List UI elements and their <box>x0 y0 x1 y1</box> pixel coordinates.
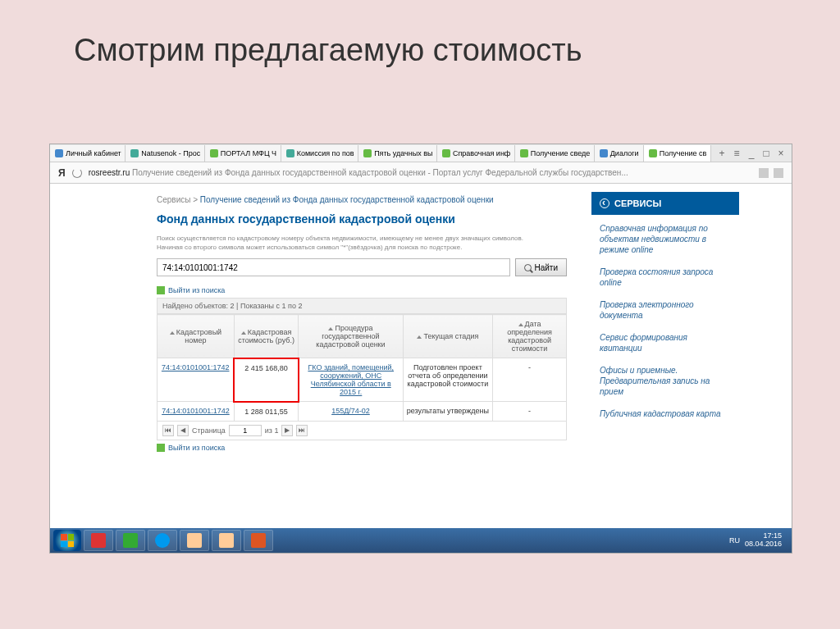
results-table: Кадастровый номер Кадастровая стоимость … <box>157 314 567 422</box>
explorer-icon <box>219 533 234 548</box>
breadcrumb-current[interactable]: Получение сведений из Фонда данных госуд… <box>200 195 494 204</box>
sidebar-link[interactable]: Сервис формирования квитанции <box>600 332 731 353</box>
browser-tab[interactable]: Личный кабинет <box>50 145 126 162</box>
sidebar: СЕРВИСЫ Справочная информация по объекта… <box>591 192 739 553</box>
browser-tab[interactable]: Справочная инф <box>437 145 515 162</box>
system-tray: RU 17:15 08.04.2016 <box>729 532 788 549</box>
stage-cell: Подготовлен проект отчета об определении… <box>403 358 492 402</box>
results-count: Найдено объектов: 2 | Показаны с 1 по 2 <box>157 298 567 314</box>
tab-favicon <box>210 149 218 157</box>
pager-next[interactable]: ▶ <box>281 425 293 436</box>
cost-cell: 1 288 011,55 <box>234 402 298 422</box>
app-icon <box>123 533 138 548</box>
pager-first[interactable]: ⏮ <box>162 425 174 436</box>
search-button[interactable]: Найти <box>515 258 567 276</box>
table-row: 74:14:0101001:1742 2 415 168,80 ГКО здан… <box>158 358 567 402</box>
maximize-icon[interactable]: □ <box>760 148 772 159</box>
taskbar-item[interactable] <box>148 530 177 551</box>
yandex-logo[interactable]: Я <box>58 167 66 179</box>
sidebar-link[interactable]: Справочная информация по объектам недвиж… <box>600 223 731 255</box>
taskbar: RU 17:15 08.04.2016 <box>50 528 792 553</box>
cadastral-link[interactable]: 74:14:0101001:1742 <box>162 363 230 371</box>
browser-tab-active[interactable]: Получение св <box>644 145 711 162</box>
taskbar-item[interactable] <box>180 530 209 551</box>
back-icon[interactable] <box>600 198 609 208</box>
browser-tab[interactable]: Комиссия по пов <box>281 145 358 162</box>
slide-title: Смотрим предлагаемую стоимость <box>0 0 840 84</box>
refresh-icon[interactable] <box>72 168 82 178</box>
pager-input[interactable] <box>229 425 262 436</box>
tab-label: Получение сведе <box>531 149 590 157</box>
tab-bar: Личный кабинет Natusenok - Прос ПОРТАЛ М… <box>50 144 792 162</box>
menu-icon[interactable]: ≡ <box>731 148 742 159</box>
url-path: Получение сведений из Фонда данных госуд… <box>132 168 628 177</box>
col-date[interactable]: Дата определения кадастровой стоимости <box>493 315 567 358</box>
app-icon <box>91 533 106 548</box>
search-hint: Поиск осуществляется по кадастровому ном… <box>157 234 567 252</box>
browser-tab[interactable]: Получение сведе <box>515 145 595 162</box>
procedure-link[interactable]: ГКО зданий, помещений, сооружений, ОНС Ч… <box>308 363 394 396</box>
breadcrumb: Сервисы > Получение сведений из Фонда да… <box>157 192 567 212</box>
exit-icon <box>157 444 165 452</box>
sidebar-link[interactable]: Проверка электронного документа <box>600 299 731 321</box>
date-cell: - <box>493 358 567 402</box>
download-icon[interactable] <box>774 168 783 178</box>
start-button[interactable] <box>53 530 81 551</box>
minimize-icon[interactable]: _ <box>746 148 757 159</box>
tab-label: ПОРТАЛ МФЦ Ч <box>221 149 276 157</box>
url-domain: rosreestr.ru <box>89 168 130 177</box>
sidebar-link[interactable]: Проверка состояния запроса online <box>600 267 731 288</box>
powerpoint-icon <box>251 533 266 548</box>
url-field[interactable]: rosreestr.ru Получение сведений из Фонда… <box>89 168 752 177</box>
exit-search-link[interactable]: Выйти из поиска <box>157 283 567 298</box>
tab-label: Пять удачных вы <box>374 149 432 157</box>
browser-tab[interactable]: Пять удачных вы <box>358 145 437 162</box>
tab-label: Получение св <box>660 149 707 157</box>
pager: ⏮ ◀ Страница из 1 ▶ ⏭ <box>157 422 567 440</box>
browser-tab[interactable]: Диалоги <box>595 145 644 162</box>
exit-search-link-bottom[interactable]: Выйти из поиска <box>157 440 567 455</box>
address-bar: Я rosreestr.ru Получение сведений из Фон… <box>50 162 792 184</box>
close-icon[interactable]: × <box>775 148 787 159</box>
browser-tab[interactable]: Natusenok - Прос <box>126 145 205 162</box>
tab-favicon <box>363 149 372 157</box>
col-cadastral-number[interactable]: Кадастровый номер <box>158 315 235 358</box>
sidebar-header: СЕРВИСЫ <box>591 192 739 215</box>
sidebar-link[interactable]: Публичная кадастровая карта <box>600 408 731 419</box>
pager-prev[interactable]: ◀ <box>177 425 189 436</box>
page-title: Фонд данных государственной кадастровой … <box>157 212 567 226</box>
sidebar-link[interactable]: Офисы и приемные. Предварительная запись… <box>600 365 731 397</box>
breadcrumb-root[interactable]: Сервисы <box>157 195 190 204</box>
search-input[interactable] <box>157 258 510 276</box>
tab-label: Natusenok - Прос <box>141 149 200 157</box>
tab-favicon <box>130 149 139 157</box>
stage-cell: результаты утверждены <box>403 402 492 422</box>
tray-clock[interactable]: 17:15 08.04.2016 <box>745 532 782 549</box>
tab-label: Справочная инф <box>453 149 510 157</box>
table-row: 74:14:0101001:1742 1 288 011,55 155Д/74-… <box>158 402 567 422</box>
skype-icon <box>155 533 170 548</box>
col-stage[interactable]: Текущая стадия <box>403 315 492 358</box>
taskbar-item[interactable] <box>116 530 145 551</box>
tab-favicon <box>286 149 294 157</box>
pager-last[interactable]: ⏭ <box>296 425 308 436</box>
tab-favicon <box>55 149 63 157</box>
col-procedure[interactable]: Процедура государственной кадастровой оц… <box>299 315 403 358</box>
col-cost[interactable]: Кадастровая стоимость (руб.) <box>234 315 298 358</box>
taskbar-item[interactable] <box>244 530 273 551</box>
tray-lang[interactable]: RU <box>729 536 740 545</box>
bookmark-icon[interactable] <box>759 168 769 178</box>
date-cell: - <box>493 402 567 422</box>
cadastral-link[interactable]: 74:14:0101001:1742 <box>162 407 230 415</box>
browser-tab[interactable]: ПОРТАЛ МФЦ Ч <box>205 145 281 162</box>
procedure-link[interactable]: 155Д/74-02 <box>331 407 370 415</box>
new-tab-icon[interactable]: + <box>716 148 728 159</box>
exit-icon <box>157 286 165 294</box>
taskbar-item[interactable] <box>212 530 241 551</box>
tab-favicon <box>442 149 450 157</box>
tab-favicon <box>649 149 657 157</box>
taskbar-item[interactable] <box>84 530 113 551</box>
tab-favicon <box>600 149 608 157</box>
page-content: Сервисы > Получение сведений из Фонда да… <box>50 184 792 553</box>
tab-label: Личный кабинет <box>66 149 121 157</box>
